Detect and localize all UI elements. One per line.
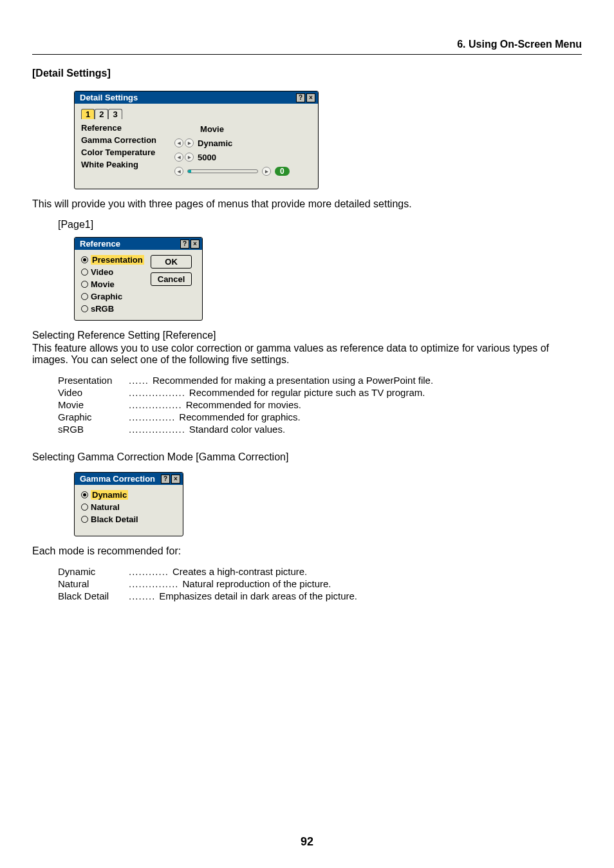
definition-desc: Recommended for making a presentation us… [153,375,433,386]
gamma-heading: Selecting Gamma Correction Mode [Gamma C… [32,451,582,463]
radio-icon [81,256,88,263]
radio-srgb[interactable]: sRGB [81,304,144,314]
tab-2[interactable]: 2 [95,109,108,119]
tab-3[interactable]: 3 [108,109,122,119]
arrow-right-icon[interactable]: ▸ [185,153,194,162]
definition-term: Dynamic [58,566,129,577]
definition-dots: ................ [129,399,182,410]
gamma-label: Gamma Correction [81,135,156,145]
reference-label: Reference [81,123,156,133]
whitepeak-value: 0 [275,167,290,176]
radio-label: Graphic [91,292,122,301]
close-icon[interactable]: × [306,93,315,102]
definition-desc: Standard color values. [189,424,285,435]
definition-row: Graphic..............Recommended for gra… [58,411,582,422]
radio-video[interactable]: Video [81,267,144,277]
definition-desc: Recommended for graphics. [179,411,300,422]
page1-label: [Page1] [58,219,582,231]
definition-desc: Emphasizes detail in dark areas of the p… [159,590,357,601]
colortemp-label: Color Temperature [81,147,156,157]
radio-presentation[interactable]: Presentation [81,255,144,265]
definition-desc: Recommended for movies. [186,399,301,410]
gamma-definitions: Dynamic............Creates a high-contra… [58,566,582,601]
radio-label: Dynamic [91,490,128,500]
tab-strip: 1 2 3 [81,109,312,119]
definition-row: Natural...............Natural reproducti… [58,578,582,589]
close-icon[interactable]: × [171,475,180,484]
arrow-right-icon[interactable]: ▸ [185,138,194,147]
radio-label: Movie [91,279,115,289]
intro-text: This will provide you with three pages o… [32,198,582,210]
radio-dynamic[interactable]: Dynamic [81,490,176,500]
colortemp-arrows[interactable]: ◂ ▸ [174,153,194,162]
definition-dots: ............... [129,578,179,589]
definition-row: Black Detail........Emphasizes detail in… [58,590,582,601]
detail-settings-dialog: Detail Settings ? × 1 2 3 Reference Gamm… [74,91,319,189]
radio-label: Natural [91,502,120,512]
gamma-intro: Each mode is recommended for: [32,545,582,557]
definition-dots: ............ [129,566,169,577]
radio-movie[interactable]: Movie [81,279,144,289]
dialog-title: Detail Settings [80,93,138,102]
definition-row: sRGB.................Standard color valu… [58,424,582,435]
section-title: [Detail Settings] [32,68,582,79]
reference-heading: Selecting Reference Setting [Reference] [32,330,582,341]
dialog-titlebar: Reference ? × [75,238,202,250]
help-icon[interactable]: ? [161,475,170,484]
arrow-left-icon[interactable]: ◂ [174,138,183,147]
ok-button[interactable]: OK [151,255,192,269]
definition-row: Movie................Recommended for mov… [58,399,582,410]
definition-dots: ................. [129,424,185,435]
radio-label: Black Detail [91,514,138,524]
definition-term: Natural [58,578,129,589]
radio-label: Video [91,267,113,277]
reference-body: This feature allows you to use color cor… [32,343,582,366]
radio-blackdetail[interactable]: Black Detail [81,514,176,524]
dialog-title: Gamma Correction [80,474,155,484]
radio-label: Presentation [91,255,144,265]
help-icon[interactable]: ? [296,93,305,102]
definition-term: Graphic [58,411,129,422]
definition-desc: Creates a high-contrast picture. [172,566,307,577]
definition-dots: ........ [129,590,155,601]
definition-desc: Natural reproduction of the picture. [183,578,331,589]
definition-term: Black Detail [58,590,129,601]
radio-icon [81,293,88,300]
radio-graphic[interactable]: Graphic [81,292,144,301]
reference-dialog: Reference ? × Presentation Video Movie [74,237,203,321]
definition-term: Video [58,387,129,398]
colortemp-value: 5000 [198,153,216,162]
radio-label: sRGB [91,304,114,314]
definition-term: Presentation [58,375,129,386]
radio-icon [81,504,88,511]
arrow-left-icon[interactable]: ◂ [174,153,183,162]
radio-icon [81,305,88,312]
definition-dots: ................. [129,387,185,398]
definition-desc: Recommended for regular picture such as … [189,387,425,398]
arrow-right-icon[interactable]: ▸ [262,167,271,176]
definition-row: Presentation......Recommended for making… [58,375,582,386]
definition-row: Video.................Recommended for re… [58,387,582,398]
definition-dots: ...... [129,375,149,386]
dialog-titlebar: Gamma Correction ? × [75,473,183,485]
whitepeak-label: White Peaking [81,160,156,169]
definition-row: Dynamic............Creates a high-contra… [58,566,582,577]
dialog-title: Reference [80,239,120,249]
gamma-arrows[interactable]: ◂ ▸ [174,138,194,147]
radio-icon [81,516,88,523]
reference-value: Movie [200,124,224,134]
tab-1[interactable]: 1 [81,109,95,119]
arrow-left-icon[interactable]: ◂ [174,167,183,176]
definition-term: sRGB [58,424,129,435]
page-number: 92 [0,835,614,849]
radio-natural[interactable]: Natural [81,502,176,512]
cancel-button[interactable]: Cancel [151,272,192,286]
reference-definitions: Presentation......Recommended for making… [58,375,582,435]
definition-dots: .............. [129,411,175,422]
close-icon[interactable]: × [191,240,200,249]
chapter-header: 6. Using On-Screen Menu [32,39,582,55]
dialog-titlebar: Detail Settings ? × [75,91,318,104]
help-icon[interactable]: ? [180,240,189,249]
radio-icon [81,281,88,288]
whitepeak-slider[interactable] [187,169,258,173]
